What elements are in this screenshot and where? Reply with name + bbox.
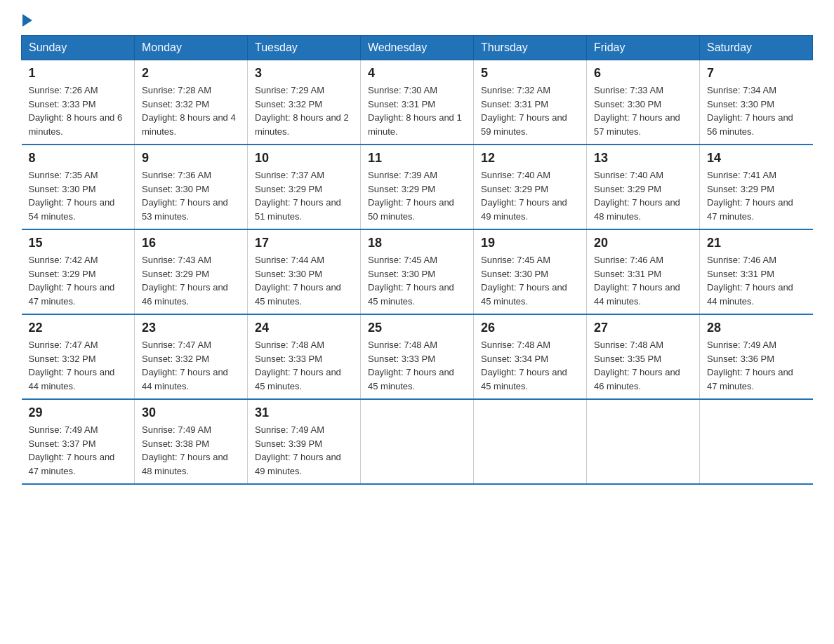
day-info: Sunrise: 7:32 AMSunset: 3:31 PMDaylight:…	[481, 85, 567, 137]
header-wednesday: Wednesday	[361, 36, 474, 60]
day-number: 29	[29, 405, 128, 420]
day-info: Sunrise: 7:39 AMSunset: 3:29 PMDaylight:…	[368, 170, 454, 222]
day-info: Sunrise: 7:26 AMSunset: 3:33 PMDaylight:…	[29, 85, 123, 137]
calendar-week-row: 8 Sunrise: 7:35 AMSunset: 3:30 PMDayligh…	[22, 145, 813, 229]
calendar-cell: 5 Sunrise: 7:32 AMSunset: 3:31 PMDayligh…	[474, 60, 587, 145]
day-number: 15	[29, 236, 128, 250]
day-info: Sunrise: 7:48 AMSunset: 3:35 PMDaylight:…	[594, 340, 680, 391]
day-info: Sunrise: 7:49 AMSunset: 3:36 PMDaylight:…	[707, 340, 793, 391]
calendar-cell: 8 Sunrise: 7:35 AMSunset: 3:30 PMDayligh…	[22, 145, 135, 229]
calendar-cell: 11 Sunrise: 7:39 AMSunset: 3:29 PMDaylig…	[361, 145, 474, 229]
day-info: Sunrise: 7:29 AMSunset: 3:32 PMDaylight:…	[255, 85, 349, 137]
day-info: Sunrise: 7:40 AMSunset: 3:29 PMDaylight:…	[481, 170, 567, 222]
header-sunday: Sunday	[22, 36, 135, 60]
day-info: Sunrise: 7:49 AMSunset: 3:37 PMDaylight:…	[29, 424, 115, 476]
day-number: 27	[594, 321, 692, 335]
calendar-cell: 19 Sunrise: 7:45 AMSunset: 3:30 PMDaylig…	[474, 229, 587, 314]
calendar-cell: 4 Sunrise: 7:30 AMSunset: 3:31 PMDayligh…	[361, 60, 474, 145]
calendar-cell: 26 Sunrise: 7:48 AMSunset: 3:34 PMDaylig…	[474, 314, 587, 399]
calendar-cell: 10 Sunrise: 7:37 AMSunset: 3:29 PMDaylig…	[248, 145, 361, 229]
day-number: 7	[707, 66, 806, 81]
calendar-cell: 14 Sunrise: 7:41 AMSunset: 3:29 PMDaylig…	[700, 145, 813, 229]
day-info: Sunrise: 7:41 AMSunset: 3:29 PMDaylight:…	[707, 170, 793, 222]
day-number: 1	[29, 66, 128, 81]
calendar-cell: 23 Sunrise: 7:47 AMSunset: 3:32 PMDaylig…	[135, 314, 248, 399]
day-number: 28	[707, 321, 806, 335]
day-info: Sunrise: 7:49 AMSunset: 3:39 PMDaylight:…	[255, 424, 341, 476]
day-info: Sunrise: 7:35 AMSunset: 3:30 PMDaylight:…	[29, 170, 115, 222]
calendar-cell	[361, 399, 474, 484]
calendar-cell: 7 Sunrise: 7:34 AMSunset: 3:30 PMDayligh…	[700, 60, 813, 145]
day-number: 17	[255, 236, 353, 250]
day-number: 4	[368, 66, 466, 81]
logo-arrow-icon	[22, 14, 32, 27]
day-number: 20	[594, 236, 692, 250]
day-number: 6	[594, 66, 692, 81]
calendar-cell: 13 Sunrise: 7:40 AMSunset: 3:29 PMDaylig…	[587, 145, 700, 229]
calendar-cell: 29 Sunrise: 7:49 AMSunset: 3:37 PMDaylig…	[22, 399, 135, 484]
day-info: Sunrise: 7:48 AMSunset: 3:33 PMDaylight:…	[255, 340, 341, 391]
calendar-cell: 27 Sunrise: 7:48 AMSunset: 3:35 PMDaylig…	[587, 314, 700, 399]
day-number: 31	[255, 405, 353, 420]
day-info: Sunrise: 7:46 AMSunset: 3:31 PMDaylight:…	[707, 255, 793, 307]
calendar-cell: 20 Sunrise: 7:46 AMSunset: 3:31 PMDaylig…	[587, 229, 700, 314]
calendar-cell: 16 Sunrise: 7:43 AMSunset: 3:29 PMDaylig…	[135, 229, 248, 314]
day-number: 18	[368, 236, 466, 250]
calendar-week-row: 22 Sunrise: 7:47 AMSunset: 3:32 PMDaylig…	[22, 314, 813, 399]
day-number: 2	[142, 66, 240, 81]
calendar-cell	[474, 399, 587, 484]
day-info: Sunrise: 7:44 AMSunset: 3:30 PMDaylight:…	[255, 255, 341, 307]
day-number: 8	[29, 151, 128, 166]
day-number: 24	[255, 321, 353, 335]
page-header	[21, 14, 813, 24]
calendar-cell: 24 Sunrise: 7:48 AMSunset: 3:33 PMDaylig…	[248, 314, 361, 399]
day-number: 23	[142, 321, 240, 335]
header-tuesday: Tuesday	[248, 36, 361, 60]
header-thursday: Thursday	[474, 36, 587, 60]
day-number: 25	[368, 321, 466, 335]
calendar-cell	[587, 399, 700, 484]
day-number: 12	[481, 151, 579, 166]
calendar-cell: 15 Sunrise: 7:42 AMSunset: 3:29 PMDaylig…	[22, 229, 135, 314]
calendar-cell: 3 Sunrise: 7:29 AMSunset: 3:32 PMDayligh…	[248, 60, 361, 145]
logo	[21, 14, 34, 24]
day-info: Sunrise: 7:45 AMSunset: 3:30 PMDaylight:…	[368, 255, 454, 307]
calendar-cell: 12 Sunrise: 7:40 AMSunset: 3:29 PMDaylig…	[474, 145, 587, 229]
calendar-cell: 25 Sunrise: 7:48 AMSunset: 3:33 PMDaylig…	[361, 314, 474, 399]
calendar-cell: 22 Sunrise: 7:47 AMSunset: 3:32 PMDaylig…	[22, 314, 135, 399]
day-info: Sunrise: 7:46 AMSunset: 3:31 PMDaylight:…	[594, 255, 680, 307]
day-info: Sunrise: 7:45 AMSunset: 3:30 PMDaylight:…	[481, 255, 567, 307]
header-monday: Monday	[135, 36, 248, 60]
calendar-week-row: 1 Sunrise: 7:26 AMSunset: 3:33 PMDayligh…	[22, 60, 813, 145]
calendar-cell	[700, 399, 813, 484]
day-info: Sunrise: 7:33 AMSunset: 3:30 PMDaylight:…	[594, 85, 680, 137]
calendar-cell: 28 Sunrise: 7:49 AMSunset: 3:36 PMDaylig…	[700, 314, 813, 399]
calendar-week-row: 29 Sunrise: 7:49 AMSunset: 3:37 PMDaylig…	[22, 399, 813, 484]
calendar-table: SundayMondayTuesdayWednesdayThursdayFrid…	[21, 35, 813, 485]
day-info: Sunrise: 7:40 AMSunset: 3:29 PMDaylight:…	[594, 170, 680, 222]
day-info: Sunrise: 7:47 AMSunset: 3:32 PMDaylight:…	[29, 340, 115, 391]
day-number: 5	[481, 66, 579, 81]
day-info: Sunrise: 7:48 AMSunset: 3:34 PMDaylight:…	[481, 340, 567, 391]
calendar-cell: 31 Sunrise: 7:49 AMSunset: 3:39 PMDaylig…	[248, 399, 361, 484]
calendar-cell: 18 Sunrise: 7:45 AMSunset: 3:30 PMDaylig…	[361, 229, 474, 314]
calendar-cell: 1 Sunrise: 7:26 AMSunset: 3:33 PMDayligh…	[22, 60, 135, 145]
day-number: 22	[29, 321, 128, 335]
calendar-cell: 17 Sunrise: 7:44 AMSunset: 3:30 PMDaylig…	[248, 229, 361, 314]
day-info: Sunrise: 7:28 AMSunset: 3:32 PMDaylight:…	[142, 85, 236, 137]
day-info: Sunrise: 7:30 AMSunset: 3:31 PMDaylight:…	[368, 85, 462, 137]
day-number: 26	[481, 321, 579, 335]
header-friday: Friday	[587, 36, 700, 60]
day-info: Sunrise: 7:47 AMSunset: 3:32 PMDaylight:…	[142, 340, 228, 391]
day-info: Sunrise: 7:36 AMSunset: 3:30 PMDaylight:…	[142, 170, 228, 222]
calendar-cell: 9 Sunrise: 7:36 AMSunset: 3:30 PMDayligh…	[135, 145, 248, 229]
day-info: Sunrise: 7:43 AMSunset: 3:29 PMDaylight:…	[142, 255, 228, 307]
day-number: 14	[707, 151, 806, 166]
day-number: 11	[368, 151, 466, 166]
calendar-cell: 30 Sunrise: 7:49 AMSunset: 3:38 PMDaylig…	[135, 399, 248, 484]
day-number: 30	[142, 405, 240, 420]
calendar-header-row: SundayMondayTuesdayWednesdayThursdayFrid…	[22, 36, 813, 60]
day-info: Sunrise: 7:48 AMSunset: 3:33 PMDaylight:…	[368, 340, 454, 391]
day-number: 19	[481, 236, 579, 250]
calendar-week-row: 15 Sunrise: 7:42 AMSunset: 3:29 PMDaylig…	[22, 229, 813, 314]
